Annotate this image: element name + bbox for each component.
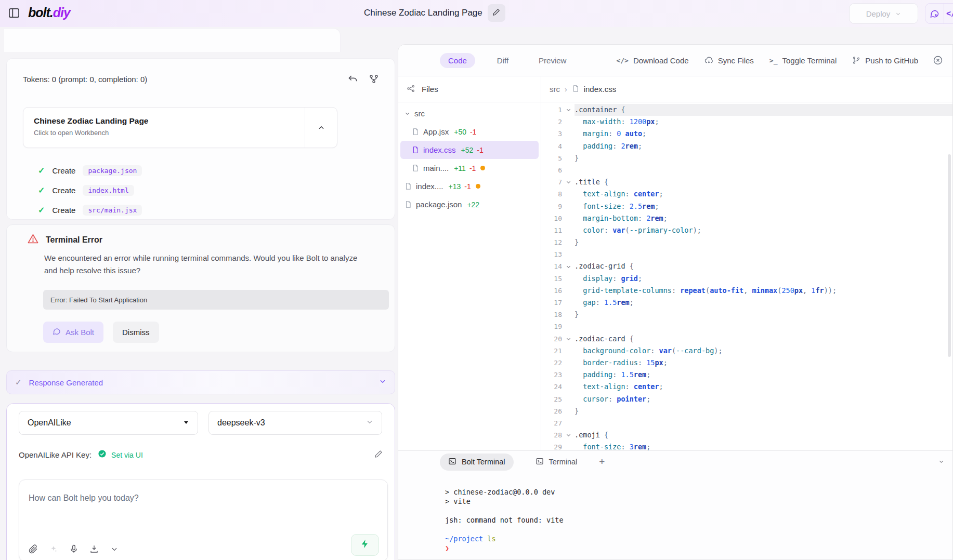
- code-line-9[interactable]: 9 font-size: 2.5rem;: [541, 201, 952, 212]
- line-number: 15: [541, 273, 562, 285]
- tree-file-package.json[interactable]: package.json+22: [400, 195, 539, 214]
- action-label: Sync Files: [718, 56, 754, 65]
- created-file-name[interactable]: src/main.jsx: [83, 205, 142, 216]
- code-line-10[interactable]: 10 margin-bottom: 2rem;: [541, 212, 952, 224]
- chevron-down-icon: [895, 11, 901, 17]
- close-workbench-icon[interactable]: [933, 55, 943, 65]
- line-number: 26: [541, 405, 562, 417]
- deploy-button[interactable]: Deploy: [849, 3, 918, 24]
- provider-select[interactable]: OpenAILike: [19, 411, 198, 435]
- undo-icon[interactable]: [347, 73, 359, 85]
- editor-scrollbar[interactable]: [948, 154, 951, 357]
- code-line-13[interactable]: 13: [541, 248, 952, 260]
- code-line-4[interactable]: 4 padding: 2rem;: [541, 140, 952, 152]
- create-action-label: Create: [52, 186, 75, 195]
- action-sync-files[interactable]: Sync Files: [704, 56, 754, 65]
- terminal-tab-label: Terminal: [549, 458, 578, 466]
- ask-bolt-button[interactable]: Ask Bolt: [43, 322, 103, 343]
- fork-icon[interactable]: [368, 73, 380, 85]
- tab-diff[interactable]: Diff: [489, 53, 517, 68]
- breadcrumb-file[interactable]: index.css: [584, 85, 617, 94]
- diff-badges: +50-1: [454, 128, 476, 136]
- action-toggle-terminal[interactable]: >_Toggle Terminal: [769, 56, 837, 65]
- terminal-tab-bolt-terminal[interactable]: Bolt Terminal: [440, 454, 514, 471]
- edit-api-key-icon[interactable]: [374, 450, 383, 460]
- tree-file-index....[interactable]: index....+13-1: [400, 177, 539, 195]
- line-number: 20: [541, 333, 562, 345]
- check-circle-icon: [98, 449, 107, 460]
- code-text: }: [575, 405, 952, 417]
- code-line-14[interactable]: 14.zodiac-grid {: [541, 260, 952, 272]
- code-line-11[interactable]: 11 color: var(--primary-color);: [541, 224, 952, 236]
- edit-title-button[interactable]: [488, 4, 505, 22]
- additions-count: +22: [467, 201, 479, 209]
- code-line-21[interactable]: 21 background-color: var(--card-bg);: [541, 345, 952, 357]
- code-view-icon[interactable]: </>: [944, 9, 953, 18]
- code-line-28[interactable]: 28.emoji {: [541, 429, 952, 441]
- code-line-2[interactable]: 2 max-width: 1200px;: [541, 116, 952, 128]
- code-line-16[interactable]: 16 grid-template-columns: repeat(auto-fi…: [541, 285, 952, 297]
- code-line-27[interactable]: 27: [541, 417, 952, 429]
- tab-code[interactable]: Code: [440, 53, 475, 68]
- microphone-icon[interactable]: [68, 543, 80, 555]
- terminal-tab-terminal[interactable]: Terminal: [527, 454, 586, 471]
- code-line-15[interactable]: 15 display: grid;: [541, 273, 952, 285]
- chat-settings-icon[interactable]: [925, 9, 944, 19]
- dismiss-button[interactable]: Dismiss: [113, 322, 159, 343]
- code-line-26[interactable]: 26}: [541, 405, 952, 417]
- enhance-prompt-icon[interactable]: [48, 543, 59, 555]
- code-text: [575, 164, 952, 176]
- code-lines[interactable]: 1.container {2 max-width: 1200px;3 margi…: [541, 102, 952, 450]
- code-line-17[interactable]: 17 gap: 1.5rem;: [541, 297, 952, 309]
- terminal-output[interactable]: > chinese-zodiac@0.0.0 dev> vite jsh: co…: [445, 487, 942, 559]
- code-line-18[interactable]: 18}: [541, 309, 952, 321]
- code-text: .zodiac-card {: [575, 333, 952, 345]
- provider-select-value: OpenAILike: [28, 418, 71, 428]
- created-file-name[interactable]: index.html: [83, 185, 134, 196]
- breadcrumb-dir[interactable]: src: [550, 85, 560, 94]
- bolt-diy-logo[interactable]: bolt.diy: [28, 5, 70, 20]
- response-generated-bar[interactable]: ✓ Response Generated: [6, 370, 395, 394]
- chevron-down-icon[interactable]: [379, 378, 386, 387]
- model-select[interactable]: deepseek-v3: [208, 411, 382, 435]
- terminal-line: ~/project ls: [445, 534, 942, 543]
- collapse-card-button[interactable]: [305, 108, 337, 148]
- code-line-20[interactable]: 20.zodiac-card {: [541, 333, 952, 345]
- code-text: }: [575, 236, 952, 248]
- open-workbench-card[interactable]: Chinese Zodiac Landing Page Click to ope…: [23, 107, 337, 148]
- chevron-down-icon[interactable]: [109, 543, 120, 555]
- new-terminal-button[interactable]: +: [599, 456, 605, 468]
- tab-preview[interactable]: Preview: [530, 53, 575, 68]
- code-line-22[interactable]: 22 border-radius: 15px;: [541, 357, 952, 369]
- tree-file-main....[interactable]: main....+11-1: [400, 159, 539, 177]
- action-download-code[interactable]: </>Download Code: [616, 56, 688, 65]
- code-line-8[interactable]: 8 text-align: center;: [541, 188, 952, 200]
- sidebar-toggle-icon[interactable]: [7, 6, 21, 20]
- code-line-24[interactable]: 24 text-align: center;: [541, 381, 952, 393]
- import-icon[interactable]: [88, 543, 100, 555]
- tree-file-index.css[interactable]: index.css+52-1: [400, 141, 539, 159]
- diff-badges: +11-1: [454, 164, 485, 172]
- chevron-down-icon: [183, 418, 189, 428]
- code-line-19[interactable]: 19: [541, 321, 952, 332]
- api-key-label: OpenAILike API Key:: [19, 450, 92, 459]
- code-line-1[interactable]: 1.container {: [541, 104, 952, 116]
- tree-folder-src[interactable]: src: [400, 104, 539, 123]
- code-line-29[interactable]: 29 font-size: 3rem;: [541, 441, 952, 450]
- collapse-terminal-icon[interactable]: [938, 457, 944, 466]
- tree-file-App.jsx[interactable]: App.jsx+50-1: [400, 123, 539, 141]
- action-push-to-github[interactable]: Push to GitHub: [852, 56, 918, 65]
- created-file-name[interactable]: package.json: [83, 165, 142, 176]
- code-line-3[interactable]: 3 margin: 0 auto;: [541, 128, 952, 140]
- attach-file-icon[interactable]: [28, 543, 39, 555]
- create-action-label: Create: [52, 166, 75, 175]
- terminal-line: [445, 525, 942, 534]
- chat-input[interactable]: [19, 480, 387, 532]
- code-line-6[interactable]: 6: [541, 164, 952, 176]
- code-line-7[interactable]: 7.title {: [541, 176, 952, 188]
- send-button[interactable]: [351, 534, 379, 556]
- code-line-5[interactable]: 5}: [541, 152, 952, 164]
- code-line-23[interactable]: 23 padding: 1.5rem;: [541, 369, 952, 381]
- code-line-12[interactable]: 12}: [541, 236, 952, 248]
- code-line-25[interactable]: 25 cursor: pointer;: [541, 393, 952, 405]
